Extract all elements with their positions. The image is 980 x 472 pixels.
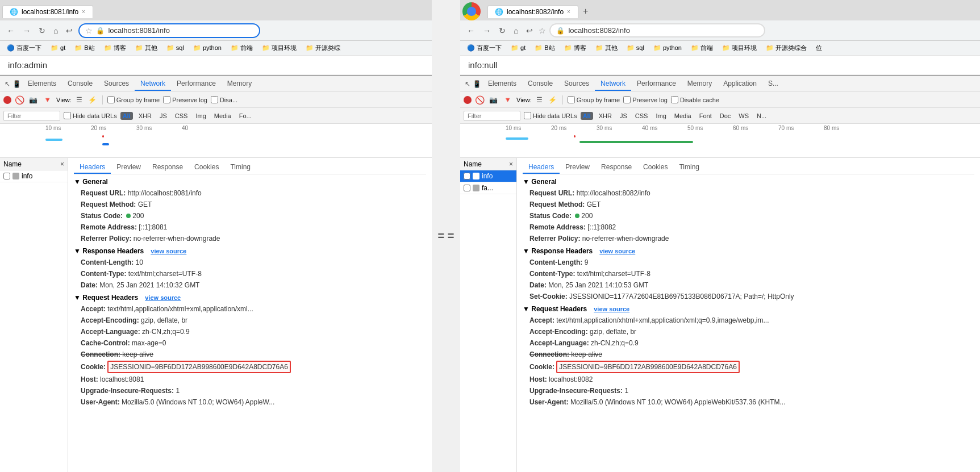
left-bookmark-gt[interactable]: 📁 gt: [47, 43, 69, 53]
left-filter-css[interactable]: CSS: [173, 112, 190, 120]
left-group-by-frame-checkbox[interactable]: [107, 96, 115, 103]
right-devtools-phone-icon[interactable]: 📱: [472, 79, 482, 89]
right-tab-application[interactable]: Application: [718, 77, 762, 91]
right-bookmark-baidudown[interactable]: 🔵百度一下: [464, 43, 505, 53]
right-bookmark-extra[interactable]: 位: [812, 43, 825, 53]
left-detail-tab-timing[interactable]: Timing: [224, 161, 256, 174]
right-preserve-log-checkbox[interactable]: [623, 96, 631, 103]
left-hide-data-urls-checkbox[interactable]: [64, 112, 71, 119]
left-tab-sources[interactable]: Sources: [98, 77, 135, 91]
right-filter-n[interactable]: N...: [754, 112, 769, 120]
right-tab-sources[interactable]: Sources: [558, 77, 595, 91]
right-forward-button[interactable]: →: [481, 25, 493, 36]
right-refresh-button[interactable]: ↻: [497, 25, 508, 36]
right-tab-network[interactable]: Network: [595, 77, 631, 91]
right-bookmark-bzhan[interactable]: 📁 B站: [531, 43, 558, 53]
right-back-button[interactable]: ←: [465, 25, 477, 36]
left-detail-tab-cookies[interactable]: Cookies: [189, 161, 224, 174]
right-address-bar[interactable]: 🔒 localhost:8082/info: [549, 23, 765, 37]
right-filter-xhr[interactable]: XHR: [597, 112, 614, 120]
left-bookmark-projenv[interactable]: 📁 项目环境: [258, 43, 300, 53]
left-forward-button[interactable]: →: [20, 25, 33, 36]
right-filter-doc[interactable]: Doc: [718, 112, 733, 120]
left-detail-tab-headers[interactable]: Headers: [74, 161, 111, 174]
left-name-item-info[interactable]: info: [0, 170, 68, 182]
left-tab-close[interactable]: ×: [82, 9, 85, 15]
left-tree-view-icon[interactable]: ⚡: [87, 95, 98, 105]
left-back-button[interactable]: ←: [5, 25, 17, 36]
left-name-item-info-checkbox[interactable]: [3, 173, 10, 179]
left-tab-elements[interactable]: Elements: [22, 77, 62, 91]
right-record-button[interactable]: [464, 96, 472, 104]
left-devtools-phone-icon[interactable]: 📱: [11, 79, 22, 89]
right-tab-performance[interactable]: Performance: [631, 77, 682, 91]
right-bookmark-gt[interactable]: 📁 gt: [507, 43, 529, 53]
right-bookmark-frontend[interactable]: 📁 前端: [687, 43, 716, 53]
right-bookmark-opensource[interactable]: 📁 开源类综合: [762, 43, 810, 53]
right-bookmark-python[interactable]: 📁 python: [650, 43, 685, 53]
right-detail-tab-timing[interactable]: Timing: [673, 161, 705, 174]
left-resp-view-source[interactable]: view source: [151, 248, 186, 254]
left-record-button[interactable]: [3, 96, 11, 104]
right-detail-tab-headers[interactable]: Headers: [523, 161, 560, 174]
right-tree-view-icon[interactable]: ⚡: [547, 95, 558, 105]
left-filter-xhr[interactable]: XHR: [136, 112, 154, 120]
right-filter-media[interactable]: Media: [672, 112, 694, 120]
right-history-button[interactable]: ↩: [524, 25, 535, 36]
right-clear-button[interactable]: 🚫: [475, 95, 485, 105]
left-filter-img[interactable]: Img: [193, 112, 208, 120]
left-tab-console[interactable]: Console: [62, 77, 98, 91]
right-bookmark-blog[interactable]: 📁 博客: [561, 43, 590, 53]
right-filter-ws[interactable]: WS: [736, 112, 751, 120]
right-tab-console[interactable]: Console: [522, 77, 558, 91]
right-name-item-fa[interactable]: fa...: [460, 182, 516, 194]
left-bookmark-frontend[interactable]: 📁 前端: [227, 43, 256, 53]
right-list-view-icon[interactable]: ☰: [535, 95, 544, 105]
left-disable-cache-checkbox[interactable]: [211, 96, 218, 103]
left-disable-cache-label[interactable]: Disa...: [211, 96, 237, 103]
left-tab-performance[interactable]: Performance: [171, 77, 222, 91]
right-camera-icon[interactable]: 📷: [488, 95, 499, 105]
right-hide-data-urls-label[interactable]: Hide data URLs: [524, 112, 577, 119]
right-tab-close[interactable]: ×: [567, 9, 570, 15]
right-bookmark-projenv[interactable]: 📁 项目环境: [719, 43, 760, 53]
left-clear-button[interactable]: 🚫: [15, 95, 24, 105]
left-bookmark-bzhan[interactable]: 📁 B站: [71, 43, 98, 53]
right-detail-tab-preview[interactable]: Preview: [560, 161, 595, 174]
left-list-view-icon[interactable]: ☰: [75, 95, 84, 105]
right-name-close[interactable]: ×: [509, 160, 513, 168]
right-detail-tab-cookies[interactable]: Cookies: [637, 161, 673, 174]
right-disable-cache-checkbox[interactable]: [671, 96, 678, 103]
left-active-tab[interactable]: 🌐 localhost:8081/info ×: [2, 5, 93, 18]
left-bookmark-sql[interactable]: 📁 sql: [163, 43, 187, 53]
left-detail-tab-response[interactable]: Response: [147, 161, 189, 174]
right-name-item-info-checkbox[interactable]: [464, 173, 470, 179]
right-tab-add[interactable]: +: [578, 5, 593, 18]
right-devtools-cursor-icon[interactable]: ↖: [464, 79, 472, 89]
left-hide-data-urls-label[interactable]: Hide data URLs: [64, 112, 117, 119]
left-bookmark-opensource[interactable]: 📁 开源类综: [302, 43, 344, 53]
right-filter-img[interactable]: Img: [653, 112, 668, 120]
right-disable-cache-label[interactable]: Disable cache: [671, 96, 719, 103]
left-devtools-cursor-icon[interactable]: ↖: [3, 79, 11, 89]
right-filter-input[interactable]: [464, 111, 520, 121]
right-detail-tab-response[interactable]: Response: [595, 161, 637, 174]
left-preserve-log-label[interactable]: Preserve log: [163, 96, 207, 103]
right-hide-data-urls-checkbox[interactable]: [524, 112, 531, 119]
left-address-bar[interactable]: ☆ 🔒 localhost:8081/info: [78, 23, 260, 38]
left-history-button[interactable]: ↩: [64, 25, 75, 36]
left-bookmark-blog[interactable]: 📁 博客: [101, 43, 130, 53]
left-filter-fo[interactable]: Fo...: [237, 112, 254, 120]
right-tab-more[interactable]: S...: [762, 77, 784, 91]
right-bookmark-other[interactable]: 📁 其他: [592, 43, 621, 53]
right-filter-all[interactable]: All: [581, 112, 593, 120]
left-req-view-source[interactable]: view source: [145, 294, 181, 301]
left-group-by-frame-label[interactable]: Group by frame: [107, 96, 160, 103]
right-filter-font[interactable]: Font: [697, 112, 714, 120]
right-group-by-frame-label[interactable]: Group by frame: [568, 96, 620, 103]
left-preserve-log-checkbox[interactable]: [163, 96, 170, 103]
left-refresh-button[interactable]: ↻: [36, 25, 48, 36]
left-detail-tab-preview[interactable]: Preview: [111, 161, 147, 174]
right-active-tab[interactable]: 🌐 localhost:8082/info ×: [487, 5, 578, 18]
right-group-by-frame-checkbox[interactable]: [568, 96, 575, 103]
